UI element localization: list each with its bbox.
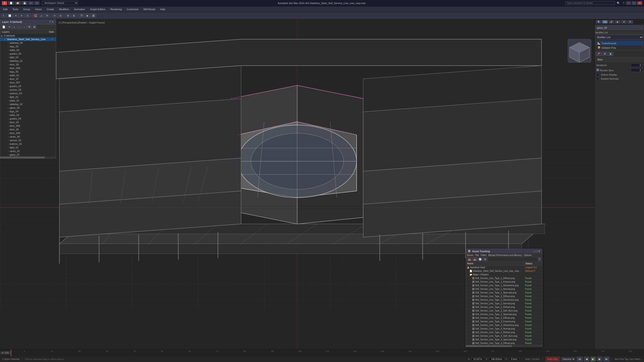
layer-item[interactable]: ○sensor_02··· [0,138,56,142]
rotate-btn[interactable]: ↻ [19,14,24,17]
layer-item[interactable]: ○guides_04··· [0,117,56,120]
menu-maxscript[interactable]: MAXScript [141,7,158,11]
motion-icon[interactable]: ▶ [615,20,620,23]
menu-edit[interactable]: Edit [1,7,10,11]
viewport-3d[interactable]: [+] [Perspective] [Shaded + Edged Faces]… [0,19,594,349]
menu-modifiers[interactable]: Modifiers [57,7,71,11]
asset-row[interactable]: 🖼 Self_Service_Line_Type_1_Fresnel.pngFo… [466,280,542,284]
pin-btn[interactable]: 📌 [596,52,602,56]
layer-scrollbar-h[interactable] [0,157,56,158]
layer-prop-btn[interactable]: ⚙ [27,25,32,29]
menu-group[interactable]: Group [21,7,32,11]
layer-item[interactable]: ○buttons_03··· [0,92,56,95]
asset-row[interactable]: 🖼 Self_Service_Line_Type_2_Self_illum.pn… [466,309,542,313]
render-frame-btn[interactable]: 🖼 [91,14,96,17]
layer-item[interactable]: ○tabletop_02··· [0,102,56,106]
asset-row[interactable]: 🖼 Self_Service_Line_Type_3_Glossiness.pn… [466,324,542,327]
layer-item[interactable]: ▷Stainless_Steel_Self_Service_Line✓··· [0,37,56,41]
layer-item[interactable]: ○light_01··· [0,95,56,99]
layer-delete-btn[interactable]: ✕ [7,25,12,29]
object-name-field[interactable] [596,25,643,30]
menu-help[interactable]: Help [158,7,168,11]
render-iters-check[interactable] [596,68,599,71]
iterations-field[interactable] [631,63,642,67]
layer-item[interactable]: ○door_006··· [0,66,56,70]
layer-item[interactable]: ○table_00··· [0,48,56,52]
utilities-icon[interactable]: ⚙ [628,20,633,23]
asset-row[interactable]: 🖼 Self_Service_Line_Type_1_Glossiness.pn… [466,284,542,287]
layer-item[interactable]: ○light_02··· [0,146,56,149]
layer-item[interactable]: ○tabletop_00··· [0,41,56,45]
timeline-track[interactable]: 0102030405060708090100110120130140150160… [11,350,644,356]
asset-row[interactable]: 🖼 Self_Service_Line_Type_3_Self_illum.pn… [466,334,542,338]
layer-item[interactable]: ○guides_03··· [0,84,56,88]
asset-menu-file[interactable]: File [475,254,479,256]
asset-row[interactable]: 🖼 Self_Service_Line_Type_3_Normal.pngFou… [466,327,542,331]
align-btn[interactable]: ⊟ [58,14,63,17]
modifier-turbosmoothh[interactable]: 📐 TurboSmooth [596,41,643,45]
asset-tool-3[interactable]: 🔄 [478,258,482,261]
asset-minimize[interactable]: ─ [534,250,536,253]
menu-views[interactable]: Views [33,7,44,11]
menu-tools[interactable]: Tools [10,7,20,11]
maximize-btn[interactable]: □ [632,1,636,5]
workspace-dropdown[interactable]: Workspace: Default [42,1,78,5]
layer-item[interactable]: ○door_004··· [0,131,56,135]
layer-panel-question[interactable]: ? [49,20,51,23]
layer-expand-btn[interactable]: ⊞ [32,25,36,29]
layer-item[interactable]: ○sensor_03··· [0,88,56,92]
percent-snap[interactable]: % [44,14,50,17]
modify-icon[interactable]: 🔧 [602,20,608,23]
search-input[interactable] [565,1,615,5]
modifier-editable-poly[interactable]: 📦 Editable Poly [596,45,643,50]
undo-btn[interactable]: ↩ [28,1,34,5]
next-key-btn[interactable]: ▶ [597,357,602,361]
asset-row[interactable]: 🖼 Self_Service_Line_Type_2_Specular.pngF… [466,313,542,316]
menu-create[interactable]: Create [44,7,56,11]
layer-item[interactable]: ○buttons_02··· [0,142,56,146]
layer-item[interactable]: ○guides_00··· [0,52,56,55]
hierarchy-icon[interactable]: 🔗 [608,20,614,23]
layer-item[interactable]: ○legs_05··· [0,70,56,73]
prev-frame-btn[interactable]: ⏮ [577,357,582,361]
layer-item[interactable]: ○door_03··· [0,120,56,124]
asset-tool-1[interactable]: 📤 [467,258,472,261]
asset-row[interactable]: 🖼 Self_Service_Line_Type_1_Specular.pngF… [466,291,542,295]
layer-item[interactable]: ▶0 (default)··· [0,34,56,37]
layer-item[interactable]: ○door_07··· [0,77,56,81]
layer-sel-btn[interactable]: ↑ [17,25,22,29]
render-btn[interactable]: ▶ [85,14,90,17]
explicit-check[interactable] [596,77,599,80]
asset-row[interactable]: 🔒 Autodesk VaultLogged Out [466,266,542,269]
make-unique-btn[interactable]: ⊕ [602,52,608,56]
layer-panel-close[interactable]: ✕ [52,20,54,23]
asset-row[interactable]: 🖼 Self_Service_Line_Type_3_Fresnel.pngFo… [466,320,542,324]
timeline-cursor[interactable] [11,350,11,356]
save-btn[interactable]: 💾 [22,1,28,5]
new-btn[interactable]: 📄 [8,1,14,5]
layer-item[interactable]: ○door_005··· [0,124,56,128]
asset-row[interactable]: 🖼 Self_Service_Line_Type_1_Normal.pngFou… [466,287,542,291]
layer-item[interactable]: ○legs_03··· [0,45,56,48]
render-setup-btn[interactable]: 🎬 [78,14,84,17]
selection-dropdown[interactable]: Selected [561,357,576,361]
close-btn[interactable]: ✕ [637,1,642,5]
layer-item[interactable]: ○door_007··· [0,81,56,84]
angle-snap[interactable]: ∠ [38,14,44,17]
asset-row[interactable]: 🖼 Self_Service_Line_Type_2_Glossiness.pn… [466,298,542,302]
layer-item[interactable]: ○door_05··· [0,128,56,131]
asset-row[interactable]: 🖼 Self_Service_Line_Type_4_Diffuse.pngFo… [466,342,542,345]
layer-item[interactable]: ○glass_00··· [0,106,56,110]
asset-menu-options[interactable]: Options [524,254,532,256]
redo-btn[interactable]: ↪ [34,1,39,5]
menu-animation[interactable]: Animation [72,7,87,11]
layer-add-sel-btn[interactable]: + [12,25,16,29]
isoline-check[interactable] [596,73,599,76]
asset-menu-paths[interactable]: Paths [481,254,487,256]
layer-item[interactable]: ○tabletop_01··· [0,59,56,63]
menu-customize[interactable]: Customize [124,7,141,11]
asset-tool-4[interactable]: ⚙ [483,258,487,261]
search-btn[interactable]: 🔍 [616,1,621,5]
asset-row[interactable]: 🖼 Self_Service_Line_Type_3_Specular.pngF… [466,338,542,342]
layer-item[interactable]: ○plate_01··· [0,99,56,102]
